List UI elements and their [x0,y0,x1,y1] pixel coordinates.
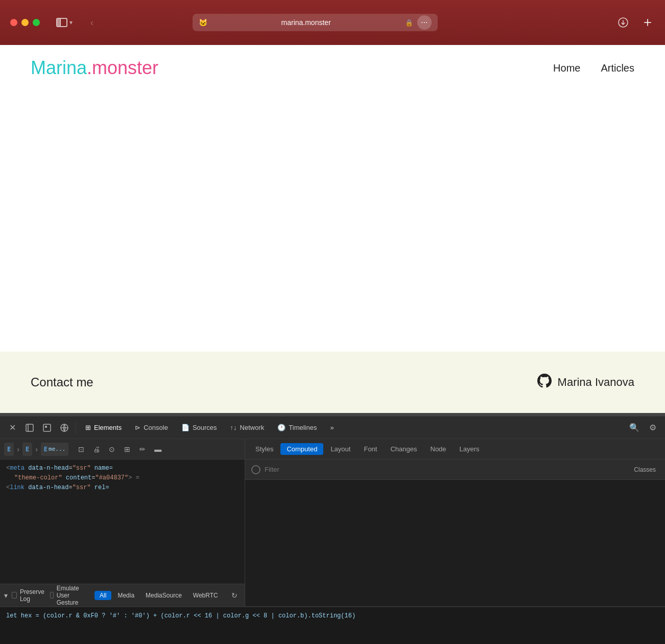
undock-button[interactable] [21,420,38,436]
dom-line-2: "theme-color" content="#a04837"> = [6,473,239,483]
computed-filter-bar: Classes [245,459,665,480]
breadcrumb-e-label-1: E [7,446,11,453]
filter-input[interactable] [265,466,627,473]
webpage-content: Marina.monster Home Articles Contact me … [0,45,665,413]
back-button[interactable]: ‹ [85,15,99,30]
breadcrumb-item-3[interactable]: E me... [41,443,68,456]
emulate-gesture-checkbox[interactable] [50,592,54,599]
sources-tab-icon: 📄 [181,424,189,431]
breadcrumb-e-text-3: me... [49,446,65,452]
dom-tool-4[interactable]: ⊞ [121,443,134,456]
sources-tab-label: Sources [193,424,217,431]
download-button[interactable] [616,15,630,30]
breadcrumb-item-2[interactable]: E [22,443,32,456]
classes-button[interactable]: Classes [631,465,659,475]
maximize-button[interactable] [33,19,40,26]
minimize-button[interactable] [21,19,29,26]
nav-buttons: ‹ [85,15,99,30]
dom-bottom-toolbar: ▾ Preserve Log Emulate User Gesture All … [0,584,245,606]
filter-tab-webrtc[interactable]: WebRTC [188,591,223,600]
tab-timelines[interactable]: 🕐 Timelines [271,420,323,436]
svg-rect-6 [45,426,47,428]
dom-tool-1[interactable]: ⊡ [75,443,88,456]
devtools-content-area: E › E › E me... ⊡ 🖨 ⊙ ⊞ ✏ ▬ [0,439,665,606]
devtools-settings-button[interactable]: ⚙ [645,420,661,436]
footer-contact: Contact me [31,375,93,389]
svg-rect-3 [26,424,33,431]
logo-marina: Marina [31,57,87,78]
site-logo: Marina.monster [31,57,158,79]
preserve-log-label: Preserve Log [20,588,46,603]
tab-layers[interactable]: Layers [454,443,486,455]
devtools-dom-panel: E › E › E me... ⊡ 🖨 ⊙ ⊞ ✏ ▬ [0,439,245,606]
logo-monster: monster [92,57,158,78]
filter-tabs: All Media MediaSource WebRTC [94,591,223,600]
site-header: Marina.monster Home Articles [0,45,665,91]
dom-tool-5[interactable]: ✏ [136,443,149,456]
console-tab-label: Console [144,424,168,431]
elements-tab-icon: ⊞ [85,424,91,431]
elements-tab-label: Elements [94,424,122,431]
devtools-panel: ✕ ⊞ Elements ⊳ Cons [0,416,665,644]
styles-panel-tabs: Styles Computed Layout Font Changes Node… [245,439,665,459]
devtools-toolbar: ✕ ⊞ Elements ⊳ Cons [0,417,665,439]
toolbar-separator-1 [76,422,76,434]
timelines-tab-icon: 🕐 [277,424,286,431]
tab-console[interactable]: ⊳ Console [129,420,174,436]
refresh-icon[interactable]: ↻ [227,588,242,603]
console-line-1: let hex = (color.r & 0xF0 ? '#' : '#0') … [6,611,659,621]
nav-home[interactable]: Home [553,62,580,74]
close-button[interactable] [10,19,17,26]
tab-node[interactable]: Node [424,443,453,455]
dom-tool-2[interactable]: 🖨 [90,443,103,456]
breadcrumb-item-1[interactable]: E [4,443,14,456]
network-tab-label: Network [240,424,265,431]
new-tab-button[interactable] [640,15,655,30]
tab-more[interactable]: » [324,420,340,436]
console-tab-icon: ⊳ [135,424,140,431]
breadcrumb-arrow-2: › [35,445,38,453]
address-bar[interactable]: 🐱 marina.monster 🔒 ··· [193,14,438,31]
devtools-search-button[interactable]: 🔍 [626,420,643,436]
nav-articles[interactable]: Articles [601,62,634,74]
filter-tab-all[interactable]: All [94,591,111,600]
inspect-button[interactable] [39,420,55,436]
sidebar-toggle[interactable]: ▾ [56,18,73,27]
lock-icon: 🔒 [405,19,413,27]
dom-tool-3[interactable]: ⊙ [105,443,118,456]
tab-computed[interactable]: Computed [280,443,323,455]
network-tab-icon: ↑↓ [230,424,237,431]
tab-font[interactable]: Font [358,443,383,455]
filter-tab-media[interactable]: Media [112,591,139,600]
preserve-log-checkbox[interactable] [12,592,17,599]
close-devtools-button[interactable]: ✕ [4,420,20,436]
console-code-text: let hex = (color.r & 0xF0 ? '#' : '#0') … [6,612,355,619]
tab-sources[interactable]: 📄 Sources [175,420,223,436]
filter-circle-icon [251,465,260,474]
tab-elements[interactable]: ⊞ Elements [79,420,128,436]
tab-network[interactable]: ↑↓ Network [224,420,271,436]
tab-changes[interactable]: Changes [384,443,423,455]
dom-bottom-toggle[interactable]: ▾ [4,588,8,603]
breadcrumb-tools: ⊡ 🖨 ⊙ ⊞ ✏ ▬ [75,443,164,456]
dom-code-view: <meta data-n-head="ssr" name= "theme-col… [0,459,245,584]
filter-tab-mediasource[interactable]: MediaSource [140,591,187,600]
device-toggle-button[interactable] [56,420,73,436]
logo-dot: . [87,57,92,78]
console-output-area: let hex = (color.r & 0xF0 ? '#' : '#0') … [0,606,665,644]
dom-tool-6[interactable]: ▬ [151,443,164,456]
timelines-tab-label: Timelines [289,424,317,431]
tab-layout[interactable]: Layout [324,443,357,455]
site-nav: Home Articles [553,62,634,74]
dom-line-1: <meta data-n-head="ssr" name= [6,464,239,473]
github-icon [537,374,552,392]
tab-styles[interactable]: Styles [249,443,279,455]
traffic-lights [10,19,40,26]
more-options-button[interactable]: ··· [417,15,432,30]
preserve-log-option: Preserve Log [12,588,46,603]
devtools-right-actions: 🔍 ⚙ [626,420,661,436]
computed-styles-content [245,480,665,606]
breadcrumb-arrow-1: › [17,445,19,453]
footer-author-name: Marina Ivanova [558,376,634,389]
favicon-icon: 🐱 [199,18,207,27]
